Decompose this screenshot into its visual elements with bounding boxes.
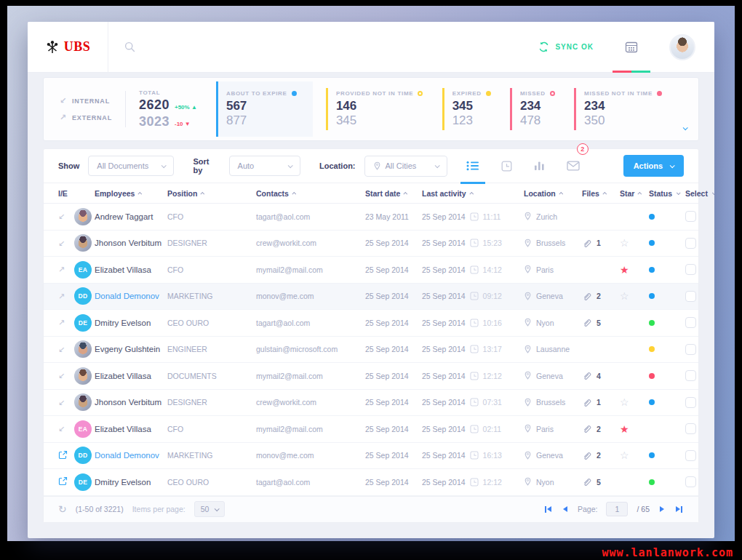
show-dropdown[interactable]: All Documents: [88, 156, 174, 176]
employee-name[interactable]: Jhonson Verbitum: [95, 239, 167, 247]
files-cell[interactable]: 1: [582, 398, 620, 407]
contact-cell[interactable]: crew@workit.com: [256, 239, 365, 247]
employee-name[interactable]: Donald Demonov: [95, 292, 167, 300]
employee-name[interactable]: Dmitry Evelson: [95, 478, 167, 487]
contact-cell[interactable]: crew@workit.com: [256, 398, 365, 407]
star-icon[interactable]: ★: [620, 424, 629, 434]
first-page-button[interactable]: [543, 505, 553, 514]
stat-card[interactable]: MISSED 234 478: [510, 88, 561, 130]
files-cell[interactable]: 1: [582, 239, 620, 248]
list-view-button[interactable]: [466, 149, 479, 183]
table-row[interactable]: ↙ ↗ DE Dmitry Evelson CEO OURO tagart@ao…: [44, 469, 698, 496]
column-header[interactable]: Contacts: [256, 189, 365, 198]
employee-name[interactable]: Elizabet Villasa: [95, 372, 167, 380]
table-row[interactable]: ↙ ↗ Jhonson Verbitum DESIGNER crew@worki…: [44, 390, 698, 417]
column-header[interactable]: I/E: [58, 189, 74, 198]
files-cell[interactable]: 4: [582, 371, 620, 380]
employee-name[interactable]: Donald Demonov: [95, 451, 167, 460]
refresh-icon[interactable]: ↻: [58, 503, 67, 515]
star-icon[interactable]: ★: [620, 265, 629, 275]
contact-cell[interactable]: monov@me.com: [256, 292, 365, 300]
avatar[interactable]: [74, 234, 92, 252]
stat-card[interactable]: EXPIRED 345 123: [442, 88, 497, 130]
column-header[interactable]: Location: [524, 189, 582, 198]
employee-name[interactable]: Dmitry Evelson: [95, 319, 167, 327]
row-checkbox[interactable]: [685, 211, 696, 222]
calendar-button[interactable]: [613, 22, 650, 73]
table-row[interactable]: ↙ ↗ Elizabet Villasa DOCUMENTS mymail2@m…: [44, 363, 698, 390]
table-row[interactable]: ↙ ↗ Andrew Taggart CFO tagart@aol.com 23…: [44, 204, 698, 231]
table-row[interactable]: ↙ ↗ DD Donald Demonov MARKETING monov@me…: [44, 443, 698, 470]
prev-page-button[interactable]: [562, 505, 569, 513]
stat-card[interactable]: MISSED NOT IN TIME 234 350: [574, 88, 668, 130]
contact-cell[interactable]: gulstain@microsoft.com: [256, 345, 365, 353]
column-header[interactable]: Last activity: [422, 189, 524, 198]
external-link-icon[interactable]: [58, 476, 68, 486]
row-checkbox[interactable]: [685, 476, 696, 487]
avatar[interactable]: DE: [74, 314, 92, 332]
chart-view-button[interactable]: [534, 149, 545, 183]
items-per-page-dropdown[interactable]: 50: [194, 501, 226, 517]
external-link-icon[interactable]: [58, 450, 68, 460]
avatar[interactable]: DD: [74, 287, 92, 305]
table-row[interactable]: ↙ ↗ EA Elizabet Villasa CFO mymail2@mail…: [44, 257, 698, 284]
page-input[interactable]: [606, 502, 628, 516]
contact-cell[interactable]: monov@me.com: [256, 451, 365, 460]
brand[interactable]: UBS: [28, 39, 108, 55]
files-cell[interactable]: 2: [582, 292, 620, 301]
last-page-button[interactable]: [674, 505, 684, 514]
timeline-view-button[interactable]: [501, 149, 512, 183]
row-checkbox[interactable]: [685, 238, 696, 249]
table-row[interactable]: ↙ ↗ EA Elizabet Villasa CFO mymail2@mail…: [44, 416, 698, 443]
stat-card[interactable]: ABOUT TO EXPIRE 567 877: [216, 81, 313, 137]
row-checkbox[interactable]: [685, 291, 696, 302]
sort-dropdown[interactable]: Auto: [229, 156, 300, 176]
files-cell[interactable]: 5: [582, 477, 620, 487]
employee-name[interactable]: Evgeny Gulshtein: [95, 345, 167, 353]
row-checkbox[interactable]: [685, 317, 696, 328]
sync-status[interactable]: SYNC OK: [538, 41, 594, 52]
avatar[interactable]: [74, 393, 92, 411]
employee-name[interactable]: Andrew Taggart: [95, 212, 167, 221]
messages-button[interactable]: 2: [567, 149, 580, 183]
star-icon[interactable]: ☆: [620, 291, 629, 301]
row-checkbox[interactable]: [685, 344, 696, 355]
files-cell[interactable]: 5: [582, 318, 620, 327]
column-header[interactable]: Star: [620, 189, 649, 198]
avatar[interactable]: DE: [74, 473, 92, 491]
star-icon[interactable]: ☆: [620, 450, 629, 460]
external-filter[interactable]: ↗ EXTERNAL: [60, 113, 112, 122]
contact-cell[interactable]: tagart@aol.com: [256, 319, 365, 327]
row-checkbox[interactable]: [685, 370, 696, 381]
avatar[interactable]: [74, 340, 92, 358]
next-page-button[interactable]: [658, 505, 666, 513]
column-header[interactable]: Status: [649, 189, 685, 198]
user-avatar[interactable]: [669, 34, 695, 60]
column-header[interactable]: Select: [685, 189, 714, 198]
column-header[interactable]: Files: [582, 189, 620, 198]
contact-cell[interactable]: mymail2@mail.com: [256, 265, 365, 274]
avatar[interactable]: [74, 367, 92, 385]
star-icon[interactable]: ☆: [620, 238, 629, 248]
actions-button[interactable]: Actions: [623, 155, 684, 177]
table-row[interactable]: ↙ ↗ DD Donald Demonov MARKETING monov@me…: [44, 284, 698, 311]
internal-filter[interactable]: ↙ INTERNAL: [60, 96, 112, 105]
location-dropdown[interactable]: All Cities: [364, 156, 447, 177]
row-checkbox[interactable]: [685, 264, 696, 275]
employee-name[interactable]: Elizabet Villasa: [95, 425, 167, 433]
files-cell[interactable]: 2: [582, 451, 620, 460]
contact-cell[interactable]: mymail2@mail.com: [256, 372, 365, 380]
avatar[interactable]: EA: [74, 420, 92, 438]
search-input[interactable]: [143, 42, 361, 52]
star-icon[interactable]: ☆: [620, 397, 629, 407]
table-row[interactable]: ↙ ↗ Evgeny Gulshtein ENGINEER gulstain@m…: [44, 337, 698, 364]
column-header[interactable]: Employees: [95, 189, 167, 198]
row-checkbox[interactable]: [685, 423, 696, 434]
files-cell[interactable]: 2: [582, 424, 620, 433]
avatar[interactable]: EA: [74, 261, 92, 279]
column-header[interactable]: Start date: [365, 189, 422, 198]
employee-name[interactable]: Jhonson Verbitum: [95, 398, 167, 407]
avatar[interactable]: DD: [74, 447, 92, 464]
stats-collapse-chevron[interactable]: [683, 120, 687, 133]
search-icon[interactable]: [124, 41, 135, 52]
